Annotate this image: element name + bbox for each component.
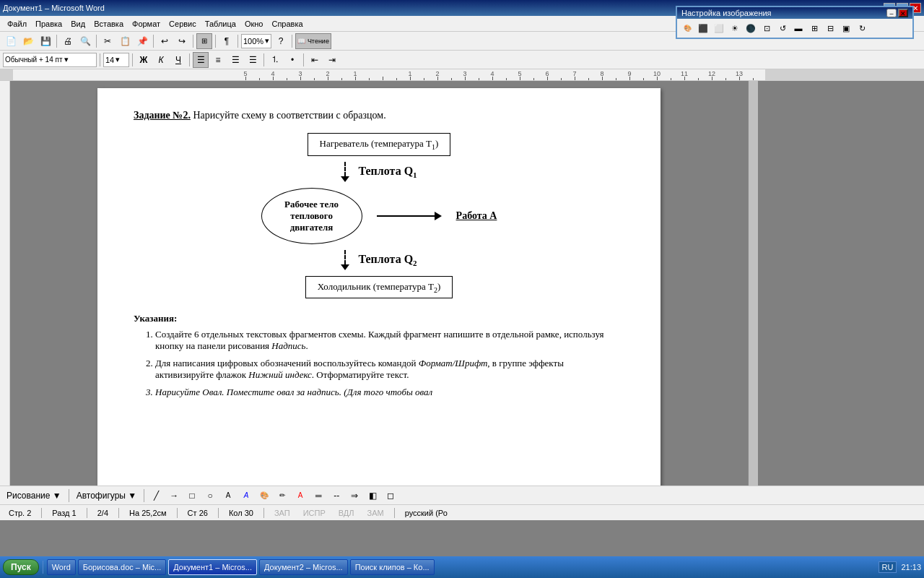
cooler-box: Холодильник (температура Т2) — [305, 276, 453, 299]
img-compress-btn[interactable]: ⊞ — [807, 21, 821, 35]
textbox-tool[interactable]: A — [220, 488, 236, 504]
align-left-button[interactable]: ☰ — [193, 52, 209, 68]
img-color-btn[interactable]: 🎨 — [680, 21, 694, 35]
working-body-line1: Рабочее тело — [279, 199, 344, 210]
table-button[interactable]: ⊞ — [196, 33, 212, 49]
img-border-btn[interactable]: ▣ — [839, 21, 853, 35]
paste-button[interactable]: 📌 — [134, 33, 150, 49]
horizontal-ruler — [0, 69, 924, 81]
align-center-button[interactable]: ≡ — [210, 52, 226, 68]
separator — [215, 35, 216, 48]
ellipse-tool[interactable]: ○ — [202, 488, 218, 504]
taskbar-doc2[interactable]: Документ2 – Micros... — [259, 559, 348, 575]
arrow-tool[interactable]: → — [166, 488, 182, 504]
zoom-dropdown[interactable]: 100% ▾ — [241, 34, 271, 48]
line-style-tool[interactable]: ═ — [310, 488, 326, 504]
wordart-tool[interactable]: A — [238, 488, 254, 504]
heater-box: Нагреватель (температура Т1) — [308, 133, 451, 156]
align-justify-button[interactable]: ☰ — [245, 52, 261, 68]
show-all-button[interactable]: ¶ — [219, 33, 235, 49]
img-toolbar-close[interactable]: ✕ — [898, 9, 908, 17]
bullets-button[interactable]: • — [284, 52, 300, 68]
instruction-2: Для написания цифровых обозначений воспо… — [155, 358, 624, 381]
language-button[interactable]: RU — [879, 561, 897, 573]
decrease-indent-button[interactable]: ⇤ — [307, 52, 323, 68]
draw-menu-button[interactable]: Рисование ▼ — [3, 488, 65, 504]
bold-button[interactable]: Ж — [136, 52, 152, 68]
working-body-box: Рабочее тело теплового двигателя — [261, 188, 362, 244]
menu-file[interactable]: Файл — [3, 18, 31, 30]
separator — [96, 35, 97, 48]
dash-style-tool[interactable]: ‐‐ — [328, 488, 344, 504]
menu-window[interactable]: Окно — [240, 18, 268, 30]
toolbar-formatting: Обычный + 14 пт ▾ 14 ▾ Ж К Ч ☰ ≡ ☰ ☰ ⒈ •… — [0, 51, 924, 69]
menu-format[interactable]: Формат — [128, 18, 165, 30]
heat1-label: Теплота Q1 — [358, 165, 417, 179]
track-indicator: ИСПР — [300, 509, 328, 517]
separator — [237, 35, 238, 48]
line-number: Ст 26 — [185, 509, 211, 517]
vertical-scrollbar[interactable] — [748, 81, 758, 486]
img-rotate-left-btn[interactable]: ↺ — [775, 21, 790, 35]
numbering-button[interactable]: ⒈ — [267, 52, 283, 68]
save-button[interactable]: 💾 — [38, 33, 53, 49]
cut-button[interactable]: ✂ — [100, 33, 116, 49]
img-wrap-btn[interactable]: ⊟ — [823, 21, 837, 35]
arrow-style-tool[interactable]: ⇒ — [346, 488, 362, 504]
menu-help[interactable]: Справка — [267, 18, 307, 30]
taskbar-borisova[interactable]: Борисова.doc – Mic... — [78, 559, 166, 575]
status-bar: Стр. 2 Разд 1 2/4 На 25,2см Ст 26 Кол 30… — [0, 504, 924, 520]
preview-button[interactable]: 🔍 — [77, 33, 93, 49]
fill-color-tool[interactable]: 🎨 — [256, 488, 272, 504]
underline-button[interactable]: Ч — [170, 52, 186, 68]
separator — [43, 561, 43, 574]
undo-button[interactable]: ↩ — [157, 33, 173, 49]
style-dropdown[interactable]: Обычный + 14 пт ▾ — [3, 53, 97, 67]
img-less-contrast-btn[interactable]: ⬜ — [712, 21, 726, 35]
img-more-contrast-btn[interactable]: ⬛ — [696, 21, 710, 35]
drawing-toolbar: Рисование ▼ Автофигуры ▼ ╱ → □ ○ A A 🎨 ✏… — [0, 486, 924, 504]
menu-service[interactable]: Сервис — [165, 18, 201, 30]
taskbar-doc1[interactable]: Документ1 – Micros... — [168, 559, 257, 575]
copy-button[interactable]: 📋 — [117, 33, 133, 49]
font-color-tool[interactable]: A — [292, 488, 308, 504]
open-button[interactable]: 📂 — [20, 33, 36, 49]
3d-tool[interactable]: ◻ — [383, 488, 398, 504]
separator — [193, 35, 193, 48]
start-button[interactable]: Пуск — [3, 559, 39, 575]
line-color-tool[interactable]: ✏ — [274, 488, 290, 504]
menu-edit[interactable]: Правка — [31, 18, 66, 30]
img-less-bright-btn[interactable]: 🌑 — [744, 21, 758, 35]
img-more-bright-btn[interactable]: ☀ — [728, 21, 742, 35]
img-line-style-btn[interactable]: ▬ — [791, 21, 806, 35]
document-area[interactable]: Задание №2. Нарисуйте схему в соответств… — [10, 81, 748, 486]
line-tool[interactable]: ╱ — [148, 488, 164, 504]
rect-tool[interactable]: □ — [184, 488, 200, 504]
font-size-dropdown[interactable]: 14 ▾ — [103, 53, 129, 67]
taskbar-word[interactable]: Word — [47, 559, 76, 575]
italic-button[interactable]: К — [153, 52, 169, 68]
menu-table[interactable]: Таблица — [201, 18, 240, 30]
separator — [263, 53, 264, 66]
reading-button[interactable]: 📖 Чтение — [295, 33, 331, 49]
image-toolbar: Настройка изображения – ✕ 🎨 ⬛ ⬜ ☀ 🌑 ⊡ ↺ … — [676, 6, 914, 39]
autoshapes-button[interactable]: Автофигуры ▼ — [73, 488, 140, 504]
shadow-tool[interactable]: ◧ — [365, 488, 380, 504]
img-toolbar-minimize[interactable]: – — [886, 9, 897, 17]
separator — [303, 53, 304, 66]
separator — [292, 35, 292, 48]
menu-view[interactable]: Вид — [66, 18, 90, 30]
menu-insert[interactable]: Вставка — [90, 18, 128, 30]
img-crop-btn[interactable]: ⊡ — [759, 21, 774, 35]
align-right-button[interactable]: ☰ — [227, 52, 243, 68]
increase-indent-button[interactable]: ⇥ — [324, 52, 340, 68]
right-panel — [758, 81, 924, 486]
taskbar-search[interactable]: Поиск клипов – Ко... — [350, 559, 435, 575]
img-reset-btn[interactable]: ↻ — [855, 21, 869, 35]
print-button[interactable]: 🖨 — [60, 33, 76, 49]
replace-indicator: ЗАМ — [365, 509, 387, 517]
redo-button[interactable]: ↪ — [174, 33, 190, 49]
help-button[interactable]: ? — [273, 33, 289, 49]
working-body-line2: теплового — [279, 210, 344, 222]
new-button[interactable]: 📄 — [3, 33, 19, 49]
